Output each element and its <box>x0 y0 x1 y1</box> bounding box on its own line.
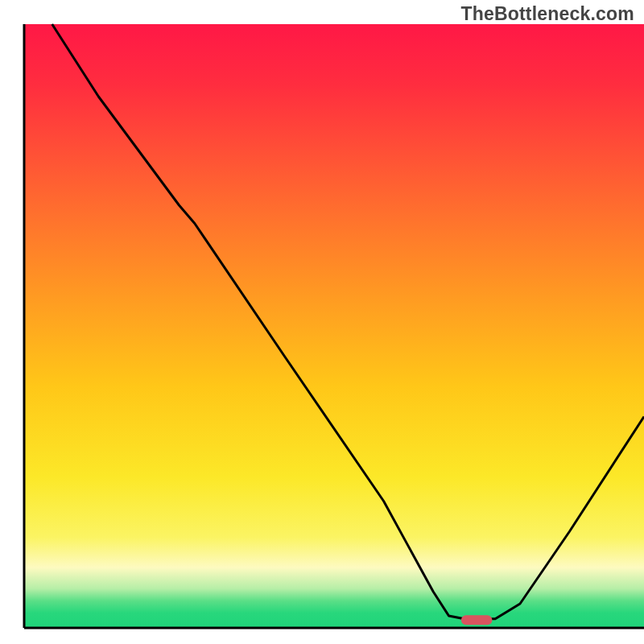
watermark-text: TheBottleneck.com <box>460 3 634 25</box>
chart-container: TheBottleneck.com <box>0 0 644 644</box>
gradient-background <box>24 24 644 628</box>
bottleneck-chart <box>0 0 644 644</box>
optimal-marker <box>461 615 493 625</box>
